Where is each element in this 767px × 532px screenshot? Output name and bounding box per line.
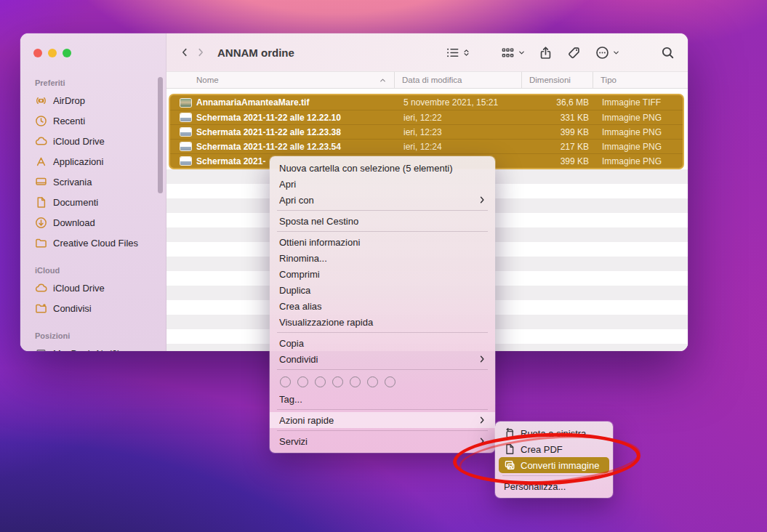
sidebar-item-creative-cloud-files[interactable]: Creative Cloud Files xyxy=(20,233,166,253)
menu-item-sposta-nel-cestino[interactable]: Sposta nel Cestino xyxy=(270,213,495,229)
file-name: Schermata 2021-11-22 alle 12.23.54 xyxy=(196,142,341,152)
menu-item-tag[interactable]: Tag... xyxy=(270,391,495,407)
minimize-button[interactable] xyxy=(48,49,57,57)
window-title: ANNAM ordine xyxy=(217,47,294,59)
sidebar-item-applicazioni[interactable]: Applicazioni xyxy=(20,151,166,172)
search-button[interactable] xyxy=(661,46,675,60)
sidebar-section-posizioni: PosizioniMacBook Air (3) xyxy=(20,318,166,351)
menu-item-label: Rinomina... xyxy=(279,253,486,264)
menu-item-servizi[interactable]: Servizi xyxy=(270,433,495,449)
toolbar: ANNAM ordine xyxy=(166,33,688,71)
tag-circle[interactable] xyxy=(315,376,326,387)
file-row[interactable]: Schermata 2021-11-22 alle 12.23.54ieri, … xyxy=(170,139,683,153)
airdrop-icon xyxy=(35,94,47,107)
menu-item-label: Nuova cartella con selezione (5 elementi… xyxy=(279,163,486,174)
file-row[interactable]: Schermata 2021-11-22 alle 12.23.38ieri, … xyxy=(170,124,683,139)
column-header-nome[interactable]: Nome xyxy=(166,72,394,88)
file-row[interactable]: AnnamariaAmanteaMare.tif5 novembre 2021,… xyxy=(170,95,683,110)
tag-circle[interactable] xyxy=(385,376,395,387)
photo-icon xyxy=(180,99,191,107)
tags-button[interactable] xyxy=(567,46,581,60)
tag-circle[interactable] xyxy=(367,376,378,387)
column-header-dimensioni[interactable]: Dimensioni xyxy=(521,72,593,88)
menu-item-condividi[interactable]: Condividi xyxy=(270,351,495,367)
share-button[interactable] xyxy=(539,46,553,60)
menu-item-crea-alias[interactable]: Crea alias xyxy=(270,298,495,314)
zoom-button[interactable] xyxy=(63,49,71,57)
file-name: Schermata 2021-11-22 alle 12.22.10 xyxy=(196,113,341,123)
sidebar-item-label: Documenti xyxy=(53,197,98,208)
menu-item-azioni-rapide[interactable]: Azioni rapide xyxy=(270,412,495,428)
menu-separator xyxy=(277,332,488,333)
menu-item-converti-immagine[interactable]: Converti immagine xyxy=(499,457,609,473)
menu-item-visualizzazione-rapida[interactable]: Visualizzazione rapida xyxy=(270,314,495,330)
tag-circle[interactable] xyxy=(280,376,291,387)
close-button[interactable] xyxy=(33,49,42,57)
sidebar-section-preferiti: PreferitiAirDropRecentiiCloud DriveAppli… xyxy=(20,76,166,253)
sidebar-item-label: Scrivania xyxy=(53,177,92,188)
menu-item-nuova-cartella-con-selezione-5-elementi[interactable]: Nuova cartella con selezione (5 elementi… xyxy=(270,160,495,176)
menu-item-label: Tag... xyxy=(279,394,486,405)
sidebar-item-documenti[interactable]: Documenti xyxy=(20,192,166,212)
menu-separator xyxy=(277,231,488,232)
sidebar-item-label: Applicazioni xyxy=(53,156,103,167)
chevron-up-down-icon xyxy=(462,49,470,57)
sidebar-item-download[interactable]: Download xyxy=(20,212,166,233)
back-button[interactable] xyxy=(177,44,193,61)
menu-item-crea-pdf[interactable]: Crea PDF xyxy=(495,441,613,457)
sidebar: PreferitiAirDropRecentiiCloud DriveAppli… xyxy=(20,33,166,351)
download-icon xyxy=(35,217,47,229)
sidebar-item-label: Recenti xyxy=(53,116,85,126)
window-controls xyxy=(33,49,71,57)
menu-item-label: Copia xyxy=(279,338,486,349)
view-list-button[interactable] xyxy=(446,46,470,60)
screenshot-icon xyxy=(180,142,191,150)
menu-separator xyxy=(502,475,606,476)
column-header-tipo[interactable]: Tipo xyxy=(593,72,688,88)
sidebar-item-icloud-drive[interactable]: iCloud Drive xyxy=(20,131,166,151)
file-name-cell: AnnamariaAmanteaMare.tif xyxy=(170,97,396,108)
grid-view-icon xyxy=(501,46,515,60)
forward-button[interactable] xyxy=(193,44,209,61)
sidebar-item-condivisi[interactable]: Condivisi xyxy=(20,298,166,318)
sidebar-item-scrivania[interactable]: Scrivania xyxy=(20,172,166,192)
file-type: Immagine PNG xyxy=(595,127,683,137)
menu-item-duplica[interactable]: Duplica xyxy=(270,282,495,298)
chevron-down-icon xyxy=(518,49,526,57)
submenu-arrow-icon xyxy=(478,355,486,363)
tag-circle[interactable] xyxy=(297,376,308,387)
file-size: 36,6 MB xyxy=(523,97,595,108)
share-icon xyxy=(539,46,553,60)
submenu-arrow-icon xyxy=(478,416,486,424)
menu-item-rinomina[interactable]: Rinomina... xyxy=(270,250,495,266)
tag-icon xyxy=(567,46,581,60)
sidebar-item-icloud-drive[interactable]: iCloud Drive xyxy=(20,278,166,298)
more-actions-button[interactable] xyxy=(595,46,620,60)
tag-circle[interactable] xyxy=(350,376,361,387)
menu-item-comprimi[interactable]: Comprimi xyxy=(270,266,495,282)
search-icon xyxy=(661,46,675,60)
menu-item-apri-con[interactable]: Apri con xyxy=(270,192,495,208)
file-size: 399 KB xyxy=(523,156,595,166)
sidebar-item-macbook-air-3[interactable]: MacBook Air (3) xyxy=(20,343,166,351)
menu-item-label: Crea PDF xyxy=(521,444,607,455)
sidebar-item-airdrop[interactable]: AirDrop xyxy=(20,90,166,110)
screenshot-icon xyxy=(180,128,191,136)
sidebar-item-recenti[interactable]: Recenti xyxy=(20,110,166,131)
menu-item-label: Ruota a sinistra xyxy=(521,428,607,439)
screenshot-icon xyxy=(180,157,191,165)
submenu-arrow-icon xyxy=(478,196,486,204)
menu-item-apri[interactable]: Apri xyxy=(270,176,495,192)
sidebar-item-label: MacBook Air (3) xyxy=(53,348,120,352)
sidebar-item-label: AirDrop xyxy=(53,95,85,106)
menu-item-copia[interactable]: Copia xyxy=(270,335,495,351)
document-icon xyxy=(504,443,515,455)
menu-item-ruota-a-sinistra[interactable]: Ruota a sinistra xyxy=(495,425,613,441)
column-header-data-di-modifica[interactable]: Data di modifica xyxy=(394,72,521,88)
menu-item-ottieni-informazioni[interactable]: Ottieni informazioni xyxy=(270,234,495,250)
file-row[interactable]: Schermata 2021-11-22 alle 12.22.10ieri, … xyxy=(170,110,683,124)
sidebar-scrollbar[interactable] xyxy=(158,77,163,193)
group-button[interactable] xyxy=(501,46,526,60)
menu-item-personalizza[interactable]: Personalizza... xyxy=(495,478,613,494)
tag-circle[interactable] xyxy=(332,376,343,387)
